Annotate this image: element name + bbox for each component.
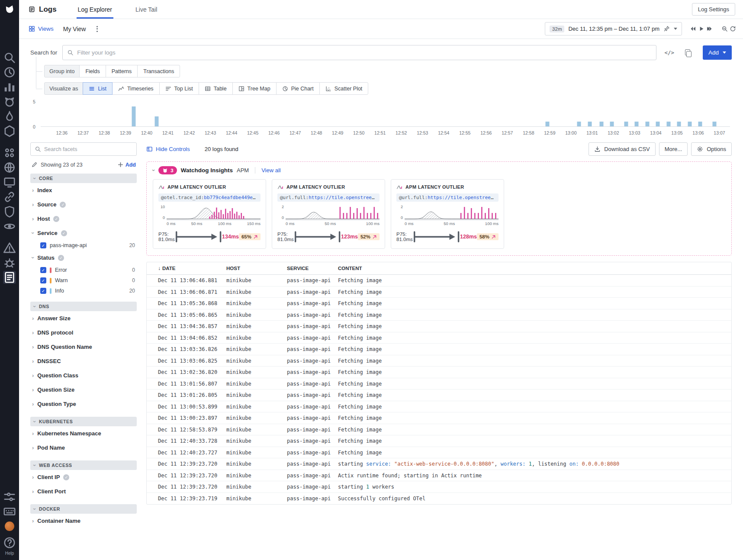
table-row[interactable]: Dec 11 12:39:23.720minikubepass-image-ap… (147, 458, 731, 470)
facet-question-size[interactable]: ›Question Size (30, 383, 137, 397)
watchdog-card-tag[interactable]: @otel.trace_id:bb779c4eafdbe449e... (158, 193, 261, 202)
views-button[interactable]: Views (29, 26, 54, 32)
table-row[interactable]: Dec 11 13:06:06.871minikubepass-image-ap… (147, 286, 731, 298)
checkbox-checked[interactable]: ✓ (40, 277, 46, 283)
table-row[interactable]: Dec 11 13:05:06.865minikubepass-image-ap… (147, 309, 731, 321)
user-avatar[interactable] (5, 521, 14, 531)
table-row[interactable]: Dec 11 13:02:36.820minikubepass-image-ap… (147, 367, 731, 378)
facet-value-info[interactable]: ✓Info20 (30, 286, 137, 296)
pin-icon[interactable] (663, 26, 670, 32)
security-icon[interactable] (3, 205, 16, 218)
facet-group-dns[interactable]: ›DNS (30, 302, 137, 311)
log-settings-button[interactable]: Log Settings (692, 3, 735, 16)
timeline-bar[interactable] (588, 122, 592, 126)
copy-icon[interactable] (682, 47, 693, 58)
group-into-patterns[interactable]: Patterns (106, 65, 138, 77)
group-into-transactions[interactable]: Transactions (137, 65, 180, 77)
facet-group-web-access[interactable]: ›WEB ACCESS (30, 460, 137, 470)
apm-icon[interactable] (3, 110, 16, 123)
help-button[interactable]: Help (3, 535, 16, 556)
network-icon[interactable] (3, 161, 16, 174)
synthetics-icon[interactable] (3, 220, 16, 233)
table-row[interactable]: Dec 11 12:40:33.728minikubepass-image-ap… (147, 435, 731, 447)
more-button[interactable]: More... (659, 142, 688, 156)
facet-pod-name[interactable]: ›Pod Name (30, 441, 137, 455)
facet-kubernetes-namespace[interactable]: ›Kubernetes Namespace (30, 426, 137, 441)
facet-index[interactable]: ›Index (30, 183, 137, 197)
dashboards-icon[interactable] (3, 80, 16, 93)
refresh-button[interactable] (730, 26, 736, 32)
timeline-bar[interactable] (132, 106, 135, 126)
options-button[interactable]: Options (691, 142, 732, 156)
column-header-host[interactable]: HOST (226, 266, 287, 271)
table-row[interactable]: Dec 11 13:00:23.897minikubepass-image-ap… (147, 412, 731, 424)
table-row[interactable]: Dec 11 12:40:23.727minikubepass-image-ap… (147, 447, 731, 459)
checkbox-checked[interactable]: ✓ (40, 288, 46, 294)
timeline-bar[interactable] (545, 122, 549, 126)
table-row[interactable]: Dec 11 12:39:23.720minikubepass-image-ap… (147, 481, 731, 493)
facet-answer-size[interactable]: ›Answer Size (30, 311, 137, 325)
facet-question-type[interactable]: ›Question Type (30, 397, 137, 411)
table-row[interactable]: Dec 11 13:04:06.852minikubepass-image-ap… (147, 332, 731, 344)
watchdog-card[interactable]: APM LATENCY OUTLIER@otel.trace_id:bb779c… (153, 179, 266, 249)
visualize-list[interactable]: List (83, 82, 112, 95)
facet-dns-question-name[interactable]: ›DNS Question Name (30, 340, 137, 354)
timeline-bar[interactable] (154, 116, 158, 126)
timeline-bar[interactable] (635, 122, 639, 126)
logs-icon[interactable] (3, 271, 16, 284)
settings-icon[interactable] (3, 490, 16, 503)
timeline-bar[interactable] (645, 122, 649, 126)
watchdog-collapse-icon[interactable]: › (151, 169, 157, 171)
timeline-bar[interactable] (610, 122, 614, 126)
history-icon[interactable] (3, 66, 16, 79)
checkbox-checked[interactable]: ✓ (40, 242, 46, 248)
facet-client-port[interactable]: ›Client Port (30, 484, 137, 499)
timeline-plot[interactable] (41, 102, 730, 127)
table-row[interactable]: Dec 11 12:58:53.879minikubepass-image-ap… (147, 424, 731, 436)
table-row[interactable]: Dec 11 12:39:23.719minikubepass-image-ap… (147, 493, 731, 505)
timeline-bar[interactable] (624, 122, 628, 126)
facet-group-core[interactable]: ›CORE (30, 174, 137, 183)
tab-log-explorer[interactable]: Log Explorer (77, 0, 113, 19)
table-row[interactable]: Dec 11 13:03:06.825minikubepass-image-ap… (147, 355, 731, 367)
table-row[interactable]: Dec 11 13:04:36.857minikubepass-image-ap… (147, 321, 731, 332)
facet-dns-protocol[interactable]: ›DNS protocol (30, 325, 137, 340)
visualize-table[interactable]: Table (199, 82, 233, 95)
tab-live-tail[interactable]: Live Tail (134, 0, 158, 19)
watchdog-card[interactable]: APM LATENCY OUTLIER@url.full:https://til… (391, 179, 504, 249)
facet-service[interactable]: ›Service✓ (30, 226, 137, 240)
facet-value-warn[interactable]: ✓Warn0 (30, 275, 137, 286)
time-back-button[interactable] (690, 26, 696, 32)
visualize-timeseries[interactable]: Timeseries (112, 82, 160, 95)
facet-search-input[interactable] (44, 146, 132, 152)
checkbox-checked[interactable]: ✓ (40, 267, 46, 273)
timeline-bar[interactable] (677, 122, 681, 126)
time-forward-button[interactable] (706, 26, 713, 32)
facet-client-ip[interactable]: ›Client IP✓ (30, 470, 137, 484)
watchdog-icon[interactable] (3, 95, 16, 108)
table-row[interactable]: Dec 11 12:39:23.720minikubepass-image-ap… (147, 470, 731, 482)
timeline-bar[interactable] (666, 122, 670, 126)
facet-host[interactable]: ›Host✓ (30, 212, 137, 226)
integrations-icon[interactable] (3, 190, 16, 203)
table-row[interactable]: Dec 11 13:00:53.899minikubepass-image-ap… (147, 401, 731, 413)
table-row[interactable]: Dec 11 13:01:56.807minikubepass-image-ap… (147, 378, 731, 390)
visualize-pie-chart[interactable]: Pie Chart (276, 82, 320, 95)
download-csv-button[interactable]: Download as CSV (589, 142, 656, 156)
facet-group-docker[interactable]: ›DOCKER (30, 504, 137, 514)
rum-icon[interactable] (3, 176, 16, 189)
edit-facets-icon[interactable] (31, 161, 38, 168)
time-range-picker[interactable]: 32m Dec 11, 12:35 pm – Dec 11, 1:07 pm (545, 22, 682, 35)
facet-container-name[interactable]: ›Container Name (30, 514, 137, 528)
log-filter-input[interactable] (77, 49, 652, 56)
facet-status[interactable]: ›Status✓ (30, 251, 137, 265)
watchdog-card-tag[interactable]: @url.full:https://tile.openstreetmap... (396, 193, 499, 202)
view-name[interactable]: My View (63, 26, 86, 32)
column-header-date[interactable]: ↓ DATE (158, 265, 226, 271)
timeline-bar[interactable] (713, 122, 717, 126)
timeline-bar[interactable] (656, 122, 660, 126)
zoom-out-button[interactable] (721, 26, 728, 32)
search-icon[interactable] (3, 51, 16, 64)
time-play-button[interactable] (698, 26, 704, 32)
hide-controls-button[interactable]: Hide Controls (146, 146, 190, 152)
